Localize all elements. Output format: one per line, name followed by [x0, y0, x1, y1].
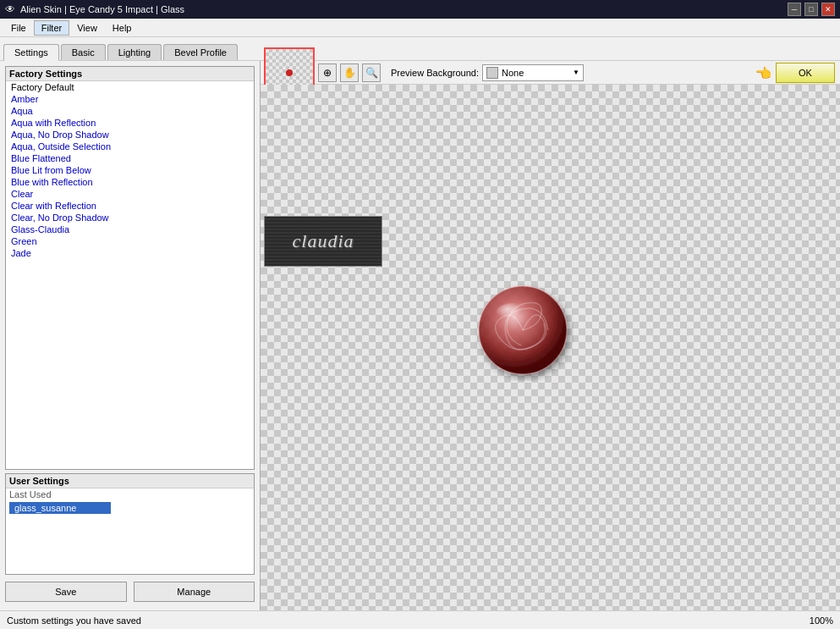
user-settings-header: User Settings — [6, 474, 254, 488]
list-item-factory-default[interactable]: Factory Default — [6, 81, 254, 93]
hand-tool-button[interactable]: ✋ — [340, 63, 359, 82]
preview-canvas: claudia — [261, 85, 840, 610]
user-settings-box: User Settings Last Used glass_susanne 👉 — [5, 473, 255, 575]
user-settings-selected-item[interactable]: glass_susanne — [9, 502, 111, 514]
window-title: Alien Skin | Eye Candy 5 Impact | Glass — [20, 4, 184, 14]
list-item-blue-reflection[interactable]: Blue with Reflection — [6, 176, 254, 188]
factory-settings-header: Factory Settings — [6, 67, 254, 81]
close-button[interactable]: ✕ — [821, 3, 835, 16]
list-item-amber[interactable]: Amber — [6, 93, 254, 105]
maximize-button[interactable]: □ — [804, 3, 818, 16]
tabs-row: Settings Basic Lighting Bevel Profile — [0, 37, 840, 61]
preview-bg-swatch — [486, 67, 498, 79]
tab-settings[interactable]: Settings — [3, 44, 59, 61]
preview-bg-value: None — [502, 68, 569, 78]
list-item-clear-reflection[interactable]: Clear with Reflection — [6, 200, 254, 212]
list-item-aqua[interactable]: Aqua — [6, 105, 254, 117]
list-item-glass-claudia[interactable]: Glass-Claudia — [6, 223, 254, 235]
menu-view[interactable]: View — [69, 20, 105, 36]
preview-text-stamp: claudia — [264, 216, 382, 267]
list-item-aqua-reflection[interactable]: Aqua with Reflection — [6, 117, 254, 129]
svg-point-1 — [496, 303, 530, 323]
ok-hand-pointer-icon: 👉 — [755, 65, 772, 81]
list-item-green[interactable]: Green — [6, 235, 254, 247]
app-icon: 👁 — [5, 3, 15, 15]
main-content: Factory Settings Factory Default Amber A… — [0, 61, 840, 610]
list-item-blue-flattened[interactable]: Blue Flattened — [6, 152, 254, 164]
pan-tool-button[interactable]: ⊕ — [318, 63, 337, 82]
user-settings-last-used: Last Used — [6, 488, 254, 500]
tab-lighting[interactable]: Lighting — [107, 44, 162, 60]
factory-settings-list: Factory Settings Factory Default Amber A… — [5, 66, 255, 470]
zoom-level: 100% — [810, 615, 833, 626]
factory-settings-scroll[interactable]: Factory Default Amber Aqua Aqua with Ref… — [6, 81, 254, 465]
tab-bevel-profile[interactable]: Bevel Profile — [163, 44, 238, 60]
menu-bar: File Filter View Help — [0, 19, 840, 37]
preview-stamp-text: claudia — [265, 217, 382, 266]
left-panel: Factory Settings Factory Default Amber A… — [0, 61, 261, 610]
status-message: Custom settings you have saved — [7, 615, 141, 626]
list-item-aqua-no-drop[interactable]: Aqua, No Drop Shadow — [6, 129, 254, 141]
menu-file[interactable]: File — [3, 20, 34, 36]
preview-bg-arrow-icon: ▼ — [573, 69, 579, 76]
thumbnail-dot — [286, 69, 293, 76]
list-item-clear-no-drop[interactable]: Clear, No Drop Shadow — [6, 212, 254, 223]
manage-button[interactable]: Manage — [134, 582, 255, 602]
preview-bg-label: Preview Background: — [391, 68, 479, 78]
status-bar: Custom settings you have saved 100% — [0, 610, 840, 629]
zoom-tool-button[interactable]: 🔍 — [362, 63, 381, 82]
list-item-blue-lit[interactable]: Blue Lit from Below — [6, 164, 254, 176]
ok-button[interactable]: OK — [776, 63, 835, 83]
menu-filter[interactable]: Filter — [34, 20, 69, 36]
preview-bg-select[interactable]: None ▼ — [482, 64, 584, 81]
list-item-clear[interactable]: Clear — [6, 188, 254, 200]
save-button[interactable]: Save — [5, 582, 127, 602]
title-bar: 👁 Alien Skin | Eye Candy 5 Impact | Glas… — [0, 0, 840, 19]
minimize-button[interactable]: ─ — [788, 3, 801, 16]
list-item-jade[interactable]: Jade — [6, 247, 254, 259]
menu-help[interactable]: Help — [105, 20, 140, 36]
bottom-buttons: Save Manage — [5, 578, 255, 605]
preview-toolbar: ⊕ ✋ 🔍 Preview Background: None ▼ 👉 OK Ca… — [261, 61, 840, 85]
list-item-aqua-outside[interactable]: Aqua, Outside Selection — [6, 141, 254, 152]
tab-basic[interactable]: Basic — [61, 44, 106, 60]
right-panel: ⊕ ✋ 🔍 Preview Background: None ▼ 👉 OK Ca… — [261, 61, 840, 610]
preview-glass-button — [472, 279, 574, 381]
